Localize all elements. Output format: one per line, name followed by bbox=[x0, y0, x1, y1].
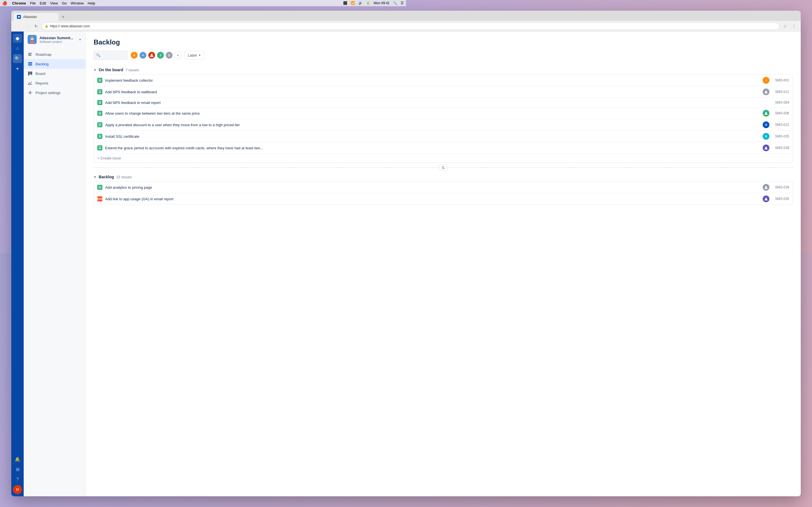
svg-rect-11 bbox=[28, 71, 29, 75]
issue-title: Extend the grace period to accounts with… bbox=[105, 146, 406, 150]
avatar-filter-4[interactable]: J bbox=[156, 51, 164, 59]
board-label: Board bbox=[36, 71, 45, 76]
issue-title: Add NPS feedback to wallboard bbox=[105, 90, 406, 94]
label-dropdown-chevron-icon: ▼ bbox=[199, 54, 201, 57]
atlassian-sidebar: ◆ ☆ 🔍 + 🔔 ⊞ ? U bbox=[11, 32, 24, 253]
project-name: Atlassian Summit... bbox=[40, 36, 76, 40]
table-row[interactable]: ☰ Extend the grace period to accounts wi… bbox=[94, 142, 406, 154]
menubar-right: ⬛ 📶 🔊 🔋 Mon 09:41 🔍 ☰ bbox=[343, 1, 404, 5]
on-the-board-section: ▼ On the board 7 issues ☰ Implement feed… bbox=[94, 65, 406, 163]
new-tab-button[interactable]: + bbox=[59, 13, 67, 21]
issue-type-story-icon: ☰ bbox=[97, 145, 102, 151]
avatar-filter-1[interactable]: A bbox=[130, 51, 138, 59]
create-issue-button[interactable]: + Create issue bbox=[94, 154, 406, 163]
issue-title: Implement feedback collector bbox=[105, 78, 406, 82]
forward-button[interactable]: → bbox=[24, 23, 31, 30]
avatar-filter-2[interactable]: H bbox=[139, 51, 147, 59]
table-row[interactable]: ☰ Install SSL certificate H SMS-035 bbox=[94, 131, 406, 142]
menubar-search-icon[interactable]: 🔍 bbox=[393, 1, 397, 5]
filter-bar: 🔍 A H J U + Label ▼ bbox=[94, 51, 406, 60]
menubar-time: Mon 09:41 bbox=[373, 1, 390, 5]
tab-title: Atlassian bbox=[23, 15, 37, 19]
on-the-board-issues-list: ☰ Implement feedback collector J SMS-001… bbox=[94, 74, 406, 163]
backlog-icon bbox=[28, 61, 33, 66]
table-row[interactable]: ☰ Add NPS feedback to wallboard SMS-011 bbox=[94, 86, 406, 98]
sidebar-item-reports[interactable]: Reports bbox=[24, 78, 86, 88]
on-the-board-title: On the board bbox=[99, 68, 123, 72]
table-row[interactable]: ☰ Allow users to change between two tier… bbox=[94, 108, 406, 119]
table-row[interactable]: ☰ Add analytics to pricing page SMS-039 bbox=[94, 182, 406, 193]
nav-bar: ← → ↻ 🔒 https:// www.atlassian.com ☆ ⋮ bbox=[11, 21, 406, 32]
svg-rect-9 bbox=[28, 64, 32, 64]
table-row[interactable]: ☰ Implement feedback collector J SMS-001 bbox=[94, 75, 406, 86]
address-bar[interactable]: 🔒 https:// www.atlassian.com bbox=[42, 22, 406, 30]
backlog-section-header[interactable]: ▼ Backlog 22 issues bbox=[94, 172, 406, 181]
backlog-chevron-icon: ▼ bbox=[94, 175, 96, 179]
table-row[interactable]: ☰ Add NPS feedback to email report SMS-0… bbox=[94, 98, 406, 108]
project-avatar bbox=[28, 35, 37, 44]
on-the-board-count: 7 issues bbox=[125, 68, 139, 72]
table-row[interactable]: BUG Add link to app usage (GA) in email … bbox=[94, 193, 406, 205]
issue-title: Allow users to change between two tiers … bbox=[105, 111, 406, 115]
menubar-file[interactable]: File bbox=[30, 1, 36, 5]
lock-icon: 🔒 bbox=[45, 24, 48, 27]
svg-rect-10 bbox=[28, 65, 32, 66]
issue-type-story-icon: ☰ bbox=[97, 134, 102, 139]
avatar-filter-3[interactable] bbox=[148, 51, 156, 59]
back-button[interactable]: ← bbox=[15, 23, 21, 30]
issue-title: Add analytics to pricing page bbox=[105, 185, 406, 189]
svg-point-1 bbox=[31, 37, 34, 40]
sidebar-item-board[interactable]: Board bbox=[24, 69, 86, 78]
issue-type-story-icon: ☰ bbox=[97, 185, 102, 190]
svg-rect-5 bbox=[28, 53, 32, 54]
menubar-battery-icon: 🔋 bbox=[366, 1, 370, 5]
menubar-edit[interactable]: Edit bbox=[40, 1, 46, 5]
svg-point-4 bbox=[33, 38, 34, 39]
search-box[interactable]: 🔍 bbox=[94, 51, 128, 60]
label-dropdown-text: Label bbox=[188, 53, 197, 57]
menubar-view[interactable]: View bbox=[50, 1, 58, 5]
menubar-chrome[interactable]: Chrome bbox=[12, 1, 26, 5]
apple-logo-icon[interactable]: 🍎 bbox=[2, 1, 7, 5]
browser-tab[interactable]: Atlassian bbox=[13, 13, 59, 21]
issue-type-story-icon: ☰ bbox=[97, 100, 102, 105]
issue-type-story-icon: ☰ bbox=[97, 78, 102, 83]
menubar-window[interactable]: Window bbox=[71, 1, 84, 5]
svg-rect-8 bbox=[28, 62, 32, 63]
roadmap-label: Roadmap bbox=[36, 52, 51, 57]
sidebar-item-project-settings[interactable]: Project settings bbox=[24, 88, 86, 98]
on-the-board-chevron-icon: ▼ bbox=[94, 68, 96, 71]
sidebar-create-icon[interactable]: + bbox=[13, 64, 22, 73]
project-sidebar: Atlassian Summit... Software project ▼ R… bbox=[24, 32, 86, 253]
table-row[interactable]: ☰ Apply a prorated discount to a user wh… bbox=[94, 119, 406, 131]
reload-button[interactable]: ↻ bbox=[33, 23, 40, 30]
search-input-icon: 🔍 bbox=[96, 53, 100, 57]
svg-rect-6 bbox=[28, 54, 31, 55]
issue-title: Add NPS feedback to email report bbox=[105, 101, 406, 105]
backlog-section: ▼ Backlog 22 issues ☰ Add analytics to p… bbox=[94, 172, 406, 205]
sidebar-favorites-icon[interactable]: ☆ bbox=[13, 44, 22, 53]
svg-rect-12 bbox=[30, 71, 31, 74]
backlog-label: Backlog bbox=[36, 62, 49, 66]
project-settings-label: Project settings bbox=[36, 91, 61, 95]
browser-window: Atlassian + ← → ↻ 🔒 https:// www.atlassi… bbox=[11, 11, 406, 253]
create-issue-text: + Create issue bbox=[97, 156, 121, 160]
roadmap-icon bbox=[28, 52, 33, 57]
project-header[interactable]: Atlassian Summit... Software project ▼ bbox=[24, 32, 86, 47]
backlog-issues-list: ☰ Add analytics to pricing page SMS-039 … bbox=[94, 181, 406, 205]
sidebar-item-roadmap[interactable]: Roadmap bbox=[24, 50, 86, 59]
url-text: https:// www.atlassian.com bbox=[50, 24, 90, 28]
on-the-board-header[interactable]: ▼ On the board 7 issues bbox=[94, 65, 406, 74]
sidebar-item-backlog[interactable]: Backlog bbox=[24, 59, 86, 69]
label-dropdown[interactable]: Label ▼ bbox=[185, 51, 204, 60]
menubar-go[interactable]: Go bbox=[62, 1, 66, 5]
tab-favicon-icon bbox=[17, 15, 21, 19]
menubar-help[interactable]: Help bbox=[88, 1, 95, 5]
issue-type-story-icon: ☰ bbox=[97, 89, 102, 94]
svg-rect-2 bbox=[30, 41, 35, 43]
atlassian-home-icon[interactable]: ◆ bbox=[13, 34, 22, 43]
sidebar-search-icon[interactable]: 🔍 bbox=[13, 54, 22, 63]
menubar-menu-icon[interactable]: ☰ bbox=[401, 1, 404, 5]
avatar-filter-add[interactable]: + bbox=[174, 51, 182, 59]
avatar-filter-5[interactable]: U bbox=[165, 51, 173, 59]
